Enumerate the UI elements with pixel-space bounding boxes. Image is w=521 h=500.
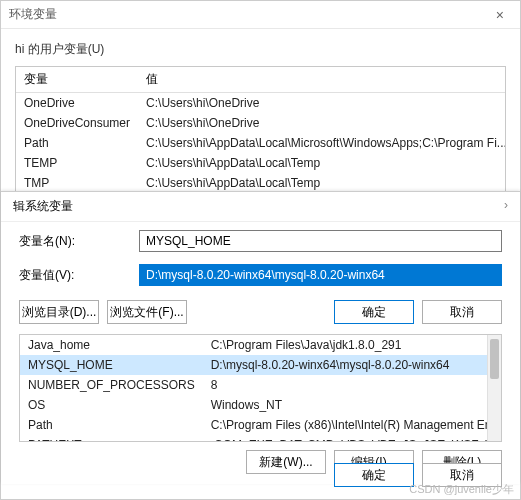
var-value: 8 <box>203 375 502 395</box>
var-value-label: 变量值(V): <box>19 267 139 284</box>
var-name: TEMP <box>16 153 138 173</box>
var-value: C:\Users\hi\AppData\Local\Temp <box>138 153 506 173</box>
var-name: TMP <box>16 173 138 193</box>
user-vars-table[interactable]: 变量 值 OneDriveC:\Users\hi\OneDriveOneDriv… <box>16 67 506 193</box>
table-row[interactable]: PathC:\Program Files (x86)\Intel\Intel(R… <box>20 415 502 435</box>
user-section-title: hi 的用户变量(U) <box>15 41 506 58</box>
var-value: C:\Users\hi\AppData\Local\Microsoft\Wind… <box>138 133 506 153</box>
env-variables-dialog: 环境变量 × hi 的用户变量(U) 变量 值 OneDriveC:\Users… <box>0 0 521 500</box>
var-name: OneDrive <box>16 93 138 114</box>
edit-cancel-button[interactable]: 取消 <box>422 300 502 324</box>
close-icon[interactable]: × <box>488 7 512 23</box>
dialog-ok-button[interactable]: 确定 <box>334 463 414 487</box>
user-variables-section: hi 的用户变量(U) 变量 值 OneDriveC:\Users\hi\One… <box>1 29 520 202</box>
dialog-title: 环境变量 <box>9 6 57 23</box>
sys-new-button[interactable]: 新建(W)... <box>246 450 326 474</box>
edit-dialog-title: 辑系统变量 › <box>1 192 520 222</box>
edit-title-text: 辑系统变量 <box>13 198 73 215</box>
var-value: Windows_NT <box>203 395 502 415</box>
var-name: Path <box>16 133 138 153</box>
var-name: OS <box>20 395 203 415</box>
var-value: C:\Users\hi\OneDrive <box>138 93 506 114</box>
var-name: OneDriveConsumer <box>16 113 138 133</box>
col-value[interactable]: 值 <box>138 67 506 93</box>
table-row[interactable]: OSWindows_NT <box>20 395 502 415</box>
var-name-input[interactable] <box>139 230 502 252</box>
system-vars-table[interactable]: Java_homeC:\Program Files\Java\jdk1.8.0_… <box>20 335 502 442</box>
expand-icon[interactable]: › <box>504 198 508 215</box>
var-value: .COM;.EXE;.BAT;.CMD;.VBS;.VBE;.JS;.JSE;.… <box>203 435 502 442</box>
table-row[interactable]: OneDriveConsumerC:\Users\hi\OneDrive <box>16 113 506 133</box>
titlebar: 环境变量 × <box>1 1 520 29</box>
system-vars-table-wrap: Java_homeC:\Program Files\Java\jdk1.8.0_… <box>19 334 502 442</box>
edit-ok-button[interactable]: 确定 <box>334 300 414 324</box>
table-row[interactable]: MYSQL_HOMED:\mysql-8.0.20-winx64\mysql-8… <box>20 355 502 375</box>
table-row[interactable]: TEMPC:\Users\hi\AppData\Local\Temp <box>16 153 506 173</box>
user-vars-table-wrap: 变量 值 OneDriveC:\Users\hi\OneDriveOneDriv… <box>15 66 506 196</box>
var-name: Path <box>20 415 203 435</box>
var-name: MYSQL_HOME <box>20 355 203 375</box>
scrollbar[interactable] <box>487 335 501 441</box>
table-row[interactable]: PATHEXT.COM;.EXE;.BAT;.CMD;.VBS;.VBE;.JS… <box>20 435 502 442</box>
var-name: PATHEXT <box>20 435 203 442</box>
var-value: C:\Program Files (x86)\Intel\Intel(R) Ma… <box>203 415 502 435</box>
table-row[interactable]: TMPC:\Users\hi\AppData\Local\Temp <box>16 173 506 193</box>
var-name: Java_home <box>20 335 203 355</box>
edit-system-variable-dialog: 辑系统变量 › 变量名(N): 变量值(V): 浏览目录(D)... 浏览文件(… <box>1 191 520 484</box>
browse-file-button[interactable]: 浏览文件(F)... <box>107 300 187 324</box>
browse-dir-button[interactable]: 浏览目录(D)... <box>19 300 99 324</box>
var-name: NUMBER_OF_PROCESSORS <box>20 375 203 395</box>
col-variable[interactable]: 变量 <box>16 67 138 93</box>
table-row[interactable]: OneDriveC:\Users\hi\OneDrive <box>16 93 506 114</box>
table-row[interactable]: PathC:\Users\hi\AppData\Local\Microsoft\… <box>16 133 506 153</box>
watermark: CSDN @juvenile少年 <box>409 482 514 497</box>
var-value: C:\Program Files\Java\jdk1.8.0_291 <box>203 335 502 355</box>
scroll-thumb[interactable] <box>490 339 499 379</box>
var-value: C:\Users\hi\AppData\Local\Temp <box>138 173 506 193</box>
var-name-label: 变量名(N): <box>19 233 139 250</box>
var-value: D:\mysql-8.0.20-winx64\mysql-8.0.20-winx… <box>203 355 502 375</box>
var-value: C:\Users\hi\OneDrive <box>138 113 506 133</box>
var-value-input[interactable] <box>139 264 502 286</box>
table-row[interactable]: Java_homeC:\Program Files\Java\jdk1.8.0_… <box>20 335 502 355</box>
table-row[interactable]: NUMBER_OF_PROCESSORS8 <box>20 375 502 395</box>
